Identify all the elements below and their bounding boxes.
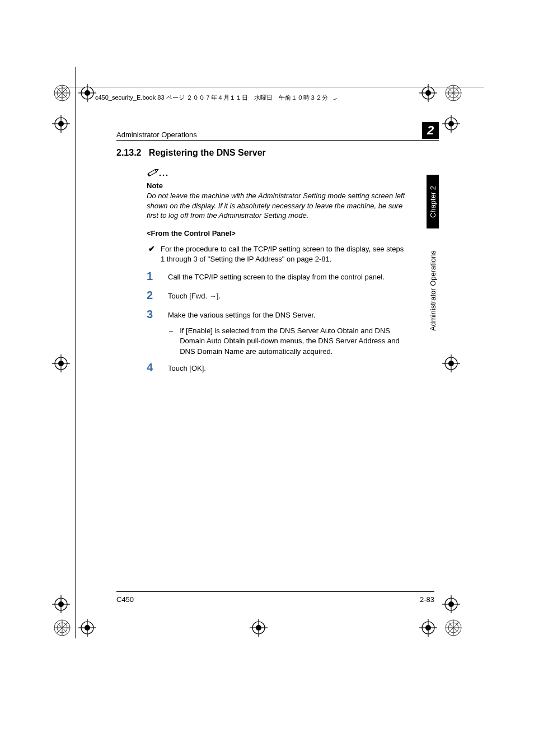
check-item-text: For the procedure to call the TCP/IP set…: [161, 244, 408, 264]
svg-point-13: [163, 175, 165, 176]
note-block: Note Do not leave the machine with the A…: [147, 167, 408, 221]
step-number: 1: [147, 270, 168, 283]
starburst-icon: [53, 84, 71, 104]
regmark-icon: [52, 115, 70, 133]
pencil-icon: [147, 167, 169, 180]
step-3-subitem: – If [Enable] is selected from the DNS S…: [169, 326, 408, 357]
section-header-text: Administrator Operations: [116, 130, 197, 139]
starburst-icon: [444, 84, 462, 104]
regmark-icon: [78, 84, 96, 102]
page-header-info: c450_security_E.book 83 ページ ２００７年４月１１日 水…: [95, 94, 336, 102]
step-number: 2: [147, 289, 168, 302]
starburst-icon: [53, 619, 71, 639]
checkmark-icon: ✔: [148, 244, 155, 264]
step-3-sub-text: If [Enable] is selected from the DNS Ser…: [180, 326, 408, 357]
step-number: 3: [147, 308, 168, 321]
section-title: 2.13.2 Registering the DNS Server: [116, 148, 266, 158]
regmark-icon: [442, 595, 460, 613]
footer-page-number: 2-83: [420, 595, 434, 604]
dash-icon: –: [169, 326, 173, 357]
step-2: 2 Touch [Fwd. →].: [147, 289, 408, 302]
regmark-icon: [78, 619, 96, 637]
step-text: Touch [Fwd. →].: [168, 289, 221, 301]
step-text: Make the various settings for the DNS Se…: [168, 308, 408, 357]
regmark-icon: [250, 619, 268, 637]
regmark-icon: [52, 354, 70, 372]
step-3: 3 Make the various settings for the DNS …: [147, 308, 408, 357]
step-1: 1 Call the TCP/IP setting screen to the …: [147, 270, 408, 283]
step-number: 4: [147, 361, 168, 374]
chapter-number-box: 2: [422, 122, 439, 139]
step-3-main: Make the various settings for the DNS Se…: [168, 311, 316, 319]
subheading: <From the Control Panel>: [147, 229, 236, 237]
regmark-icon: [419, 619, 437, 637]
note-body: Do not leave the machine with the Admini…: [147, 191, 408, 221]
regmark-icon: [442, 115, 460, 133]
regmark-icon: [52, 595, 70, 613]
starburst-icon: [444, 619, 462, 639]
footer-model: C450: [116, 595, 134, 604]
crop-line-left: [75, 67, 76, 638]
regmark-icon: [442, 354, 460, 372]
section-header: Administrator Operations 2: [116, 122, 439, 141]
check-item: ✔ For the procedure to call the TCP/IP s…: [148, 244, 408, 264]
note-label: Note: [147, 181, 408, 190]
side-tab-operations: Administrator Operations: [427, 234, 439, 347]
section-title-number: 2.13.2: [116, 148, 141, 157]
step-4: 4 Touch [OK].: [147, 361, 408, 374]
step-text: Touch [OK].: [168, 361, 206, 374]
section-title-text: Registering the DNS Server: [149, 148, 266, 157]
header-decoration: [331, 95, 337, 100]
svg-point-14: [166, 175, 168, 176]
step-text: Call the TCP/IP setting screen to the di…: [168, 270, 385, 282]
side-tab-chapter: Chapter 2: [427, 175, 439, 228]
svg-point-12: [160, 175, 161, 176]
page-header-text: c450_security_E.book 83 ページ ２００７年４月１１日 水…: [95, 94, 328, 101]
footer: C450 2-83: [116, 591, 434, 604]
regmark-icon: [419, 84, 437, 102]
